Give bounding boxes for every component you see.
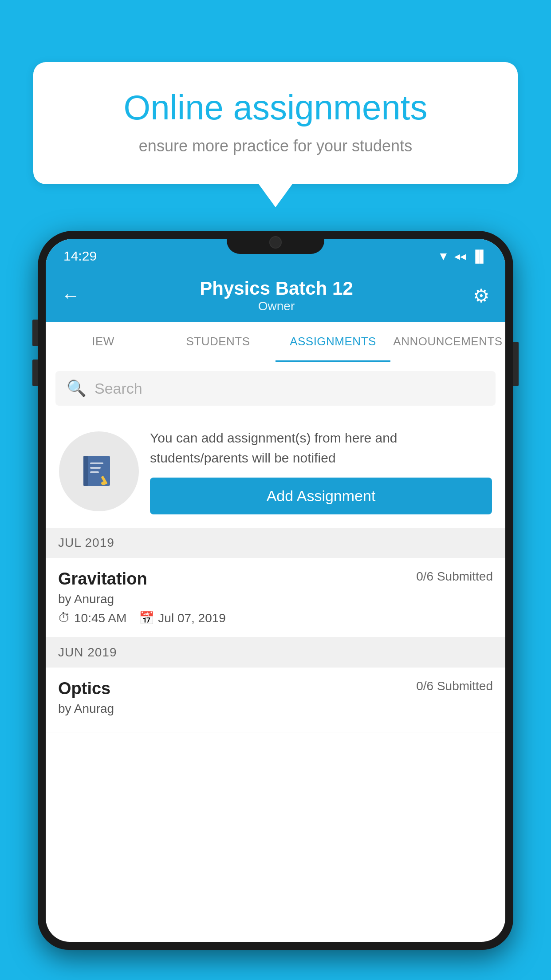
speech-bubble-container: Online assignments ensure more practice …: [33, 62, 518, 184]
assignment-by: by Anurag: [58, 592, 493, 606]
assignment-status-optics: 0/6 Submitted: [416, 679, 493, 693]
phone-notch: [227, 231, 324, 254]
add-assignment-button[interactable]: Add Assignment: [150, 478, 492, 514]
section-header-jun: JUN 2019: [46, 637, 505, 668]
notebook-icon: [79, 451, 119, 491]
search-bar[interactable]: 🔍 Search: [55, 371, 496, 406]
wifi-icon: ▼: [437, 249, 449, 263]
bubble-title: Online assignments: [64, 89, 487, 127]
side-btn-volume-down: [32, 360, 38, 386]
phone-wrapper: 14:29 ▼ ◂◂ ▐▌ ← Physics Batch 12 Owner ⚙…: [38, 231, 513, 980]
assignment-status: 0/6 Submitted: [416, 569, 493, 584]
info-text: You can add assignment(s) from here and …: [150, 428, 492, 468]
assignment-name-optics: Optics: [58, 679, 110, 698]
assignment-time-value: 10:45 AM: [74, 611, 126, 625]
clock-icon: ⏱: [58, 611, 71, 625]
header-center: Physics Batch 12 Owner: [200, 278, 353, 313]
assignment-item-optics[interactable]: Optics 0/6 Submitted by Anurag: [46, 668, 505, 732]
tab-students[interactable]: STUDENTS: [161, 322, 276, 362]
phone-outer: 14:29 ▼ ◂◂ ▐▌ ← Physics Batch 12 Owner ⚙…: [38, 231, 513, 950]
calendar-icon: 📅: [139, 611, 154, 625]
bubble-subtitle: ensure more practice for your students: [64, 137, 487, 155]
side-btn-power: [513, 342, 519, 386]
assignment-name: Gravitation: [58, 569, 147, 589]
svg-point-6: [101, 482, 106, 485]
screen-content: 🔍 Search: [46, 362, 505, 942]
assignment-by-optics: by Anurag: [58, 702, 493, 716]
search-icon: 🔍: [67, 379, 87, 398]
speech-bubble: Online assignments ensure more practice …: [33, 62, 518, 184]
status-time: 14:29: [63, 249, 97, 264]
app-header: ← Physics Batch 12 Owner ⚙: [46, 269, 505, 322]
svg-rect-4: [90, 471, 99, 473]
assignment-icon-circle: [59, 431, 139, 511]
tabs-container: IEW STUDENTS ASSIGNMENTS ANNOUNCEMENTS: [46, 322, 505, 362]
assignment-time: ⏱ 10:45 AM: [58, 611, 126, 625]
battery-icon: ▐▌: [471, 249, 488, 263]
assignment-date-value: Jul 07, 2019: [158, 611, 226, 625]
tab-announcements[interactable]: ANNOUNCEMENTS: [390, 322, 505, 362]
section-header-jul: JUL 2019: [46, 528, 505, 558]
signal-icon: ◂◂: [454, 249, 466, 263]
status-icons: ▼ ◂◂ ▐▌: [437, 249, 488, 263]
assignment-item-gravitation[interactable]: Gravitation 0/6 Submitted by Anurag ⏱ 10…: [46, 558, 505, 637]
assignment-date: 📅 Jul 07, 2019: [139, 611, 226, 625]
back-button[interactable]: ←: [61, 285, 80, 306]
assignment-top: Gravitation 0/6 Submitted: [58, 569, 493, 589]
tab-overview[interactable]: IEW: [46, 322, 161, 362]
svg-rect-3: [90, 467, 101, 469]
side-btn-volume-up: [32, 320, 38, 346]
settings-button[interactable]: ⚙: [473, 285, 490, 307]
info-right: You can add assignment(s) from here and …: [150, 428, 492, 514]
info-section: You can add assignment(s) from here and …: [46, 415, 505, 528]
front-camera: [269, 236, 282, 249]
header-title: Physics Batch 12: [200, 278, 353, 299]
phone-screen: 14:29 ▼ ◂◂ ▐▌ ← Physics Batch 12 Owner ⚙…: [46, 239, 505, 942]
header-subtitle: Owner: [200, 299, 353, 313]
tab-assignments[interactable]: ASSIGNMENTS: [276, 322, 390, 362]
assignment-meta: ⏱ 10:45 AM 📅 Jul 07, 2019: [58, 611, 493, 625]
svg-rect-2: [90, 462, 103, 464]
svg-rect-1: [83, 456, 88, 486]
assignment-top-optics: Optics 0/6 Submitted: [58, 679, 493, 698]
search-placeholder: Search: [94, 380, 142, 397]
search-container: 🔍 Search: [46, 362, 505, 415]
